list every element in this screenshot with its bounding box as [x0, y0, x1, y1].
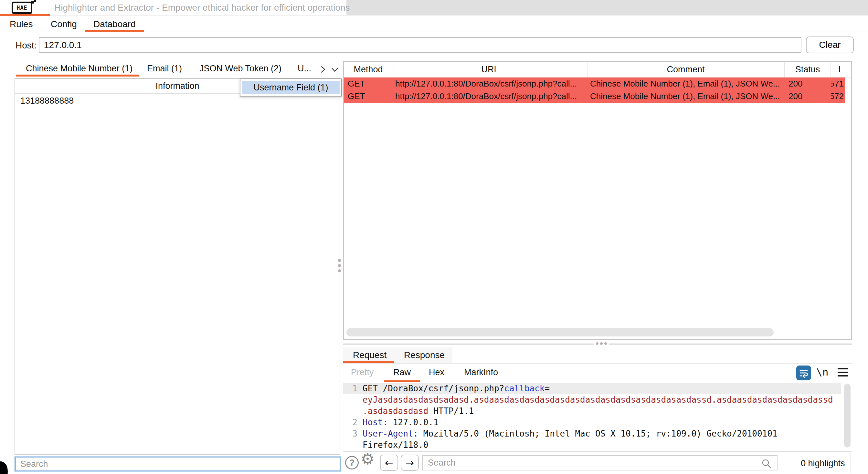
tab-hex[interactable]: Hex [429, 367, 444, 377]
hae-logo-pixel [34, 0, 36, 2]
column-header-url[interactable]: URL [393, 62, 588, 77]
chevron-right-icon[interactable] [318, 65, 328, 75]
host-label: Host: [16, 40, 36, 51]
title-bar-gray-area [346, 0, 868, 15]
menu-icon[interactable] [838, 368, 848, 376]
tab-email[interactable]: Email (1) [147, 64, 182, 74]
cell-url: http://127.0.0.1:80/DoraBox/csrf/jsonp.p… [393, 90, 588, 103]
tab-markinfo[interactable]: MarkInfo [464, 367, 498, 377]
highlights-count: 0 highlights [801, 459, 845, 469]
hae-tab-active-underline [0, 14, 50, 16]
requests-table-header: Method URL Comment Status L [344, 62, 851, 77]
horizontal-splitter-handle[interactable] [594, 342, 609, 345]
gear-icon[interactable]: ⚙ [361, 451, 375, 467]
column-header-comment[interactable]: Comment [588, 62, 785, 77]
left-tab-active-underline [16, 75, 139, 76]
editor-line: 3User-Agent: Mozilla/5.0 (Macintosh; Int… [343, 428, 852, 439]
tab-databoard[interactable]: Databoard [93, 19, 136, 29]
mouse-cursor [0, 460, 9, 474]
request-editor[interactable]: 1GET /DoraBox/csrf/jsonp.php?callback= e… [343, 383, 852, 452]
app-title: Highlighter and Extractor - Empower ethi… [54, 3, 350, 13]
request-tab-active-underline [343, 361, 394, 363]
cell-length: 571 [831, 77, 845, 90]
message-tab-bar: Request Response [343, 347, 852, 364]
cell-method: GET [344, 90, 393, 103]
search-magnifier-icon [762, 459, 772, 470]
tab-pretty: Pretty [351, 367, 374, 377]
editor-line: Firefox/118.0 [343, 439, 852, 451]
hae-databoard-screen: HAE Highlighter and Extractor - Empower … [0, 0, 868, 474]
tab-json-web-token[interactable]: JSON Web Token (2) [199, 64, 281, 74]
cell-status: 200 [785, 77, 831, 90]
clear-button[interactable]: Clear [806, 36, 854, 53]
tab-rules[interactable]: Rules [10, 19, 33, 29]
editor-search-input[interactable] [422, 455, 777, 470]
tab-request[interactable]: Request [353, 350, 386, 360]
editor-vertical-scrollbar-thumb[interactable] [844, 383, 850, 447]
cell-comment: Chinese Mobile Number (1), Email (1), JS… [588, 77, 785, 90]
help-icon[interactable]: ? [345, 456, 359, 470]
tab-response[interactable]: Response [404, 350, 445, 360]
information-table: Information 13188888888 [14, 78, 340, 454]
tab-raw[interactable]: Raw [393, 367, 411, 377]
column-header-status[interactable]: Status [785, 62, 831, 77]
title-bar: HAE Highlighter and Extractor - Empower … [0, 0, 868, 15]
left-search-input[interactable] [15, 456, 341, 471]
requests-table-panel: Method URL Comment Status L GET http://1… [343, 61, 852, 340]
tab-username-truncated[interactable]: U... [298, 64, 311, 74]
column-header-method[interactable]: Method [344, 62, 393, 77]
hae-logo-text: HAE [17, 4, 28, 11]
table-row[interactable]: GET http://127.0.0.1:80/DoraBox/csrf/jso… [344, 77, 845, 90]
editor-view-tab-bar: Pretty Raw Hex MarkInfo \n [343, 364, 852, 383]
next-highlight-button[interactable]: → [401, 454, 419, 471]
editor-line: 2Host: 127.0.0.1 [343, 417, 852, 428]
editor-line: .asdasdasdasd HTTP/1.1 [343, 406, 852, 417]
hae-logo-pixel [31, 1, 34, 4]
cell-method: GET [344, 77, 393, 90]
column-header-length[interactable]: L [831, 62, 850, 77]
hae-logo-icon[interactable]: HAE [12, 2, 32, 14]
tab-overflow-dropdown: Username Field (1) [240, 78, 342, 97]
cell-url: http://127.0.0.1:80/DoraBox/csrf/jsonp.p… [393, 77, 588, 90]
cell-status: 200 [785, 90, 831, 103]
editor-line: eyJasdasdasdasdsadasd.asdaasdasdasdasdas… [343, 394, 852, 406]
cell-length: 572 [831, 90, 845, 103]
raw-tab-active-underline [384, 380, 420, 382]
word-wrap-icon[interactable] [796, 366, 811, 380]
horizontal-scrollbar-thumb[interactable] [346, 328, 774, 336]
arrow-right-icon: → [406, 457, 414, 469]
chevron-down-icon[interactable] [330, 65, 339, 75]
editor-line: 1GET /DoraBox/csrf/jsonp.php?callback= [343, 383, 841, 394]
cell-comment: Chinese Mobile Number (1), Email (1), JS… [588, 90, 785, 103]
vertical-splitter-handle[interactable] [338, 259, 341, 272]
prev-highlight-button[interactable]: ← [380, 454, 398, 471]
host-input[interactable] [39, 37, 801, 53]
tab-config[interactable]: Config [51, 19, 77, 29]
table-row[interactable]: GET http://127.0.0.1:80/DoraBox/csrf/jso… [344, 90, 845, 103]
databoard-active-underline [85, 30, 144, 32]
dropdown-item-username-field[interactable]: Username Field (1) [242, 81, 340, 94]
toolbar-divider [850, 453, 851, 473]
tab-chinese-mobile-number[interactable]: Chinese Mobile Number (1) [26, 64, 132, 74]
nav-tab-bar: Rules Config Databoard [0, 16, 868, 32]
newline-toggle-icon[interactable]: \n [816, 366, 828, 378]
arrow-left-icon: ← [385, 457, 393, 469]
